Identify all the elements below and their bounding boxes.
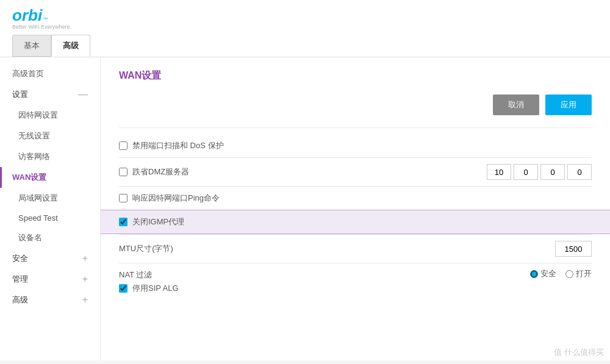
tab-basic[interactable]: 基本 [12,35,51,57]
tab-advanced[interactable]: 高级 [51,35,90,57]
sidebar-section-security[interactable]: 安全 + [0,248,100,269]
sidebar-section-management[interactable]: 管理 + [0,269,100,290]
logo-tagline: Better WiFi Everywhere. [12,24,598,30]
ping-checkbox-label[interactable]: 响应因特网端口Ping命令 [119,193,220,204]
logo-brand: orbi [12,6,42,25]
apply-button[interactable]: 应用 [545,95,592,115]
nat-open-radio[interactable] [565,270,573,278]
action-bar: 取消 应用 [119,95,592,115]
nat-row: NAT 过滤 停用SIP ALG 安全 打开 [119,263,592,300]
logo-trademark: ™ [43,16,48,22]
sip-checkbox-label[interactable]: 停用SIP ALG [119,283,530,294]
igmp-checkbox[interactable] [119,218,127,226]
dmz-checkbox[interactable] [119,168,127,176]
igmp-checkbox-label[interactable]: 关闭IGMP代理 [119,216,184,227]
sidebar-section-management-label: 管理 [12,274,28,285]
sip-label-text: 停用SIP ALG [132,283,179,294]
sidebar-item-devicename[interactable]: 设备名 [0,227,100,248]
sidebar-plus-icon-security: + [82,253,88,264]
top-divider [119,127,592,128]
mtu-row: MTU尺寸(字节) [119,234,592,263]
dos-row: 禁用端口扫描和 DoS 保护 [119,134,592,157]
nat-options: 安全 打开 [530,268,592,279]
nat-open-label[interactable]: 打开 [565,268,592,279]
tab-bar: 基本 高级 [12,35,598,57]
sidebar-item-home[interactable]: 高级首页 [0,63,100,84]
dmz-ip-4[interactable] [567,164,592,180]
dmz-row: 跌省DMZ服务器 [119,157,592,186]
sip-row: 停用SIP ALG [119,283,530,294]
sidebar-minus-icon: — [78,89,88,100]
sidebar: 高级首页 设置 — 因特网设置 无线设置 访客网络 WAN设置 局域网设置 Sp… [0,57,101,360]
nat-safe-label[interactable]: 安全 [530,268,556,279]
igmp-label-text: 关闭IGMP代理 [132,216,184,227]
page-title: WAN设置 [119,70,592,82]
sidebar-section-settings-label: 设置 [12,89,28,100]
nat-safe-radio[interactable] [530,270,538,278]
sidebar-plus-icon-management: + [82,274,88,285]
dmz-label-text: 跌省DMZ服务器 [132,166,189,177]
nat-safe-text: 安全 [540,268,556,279]
dmz-ip-3[interactable] [540,164,565,180]
ping-checkbox[interactable] [119,194,127,202]
cancel-button[interactable]: 取消 [493,95,539,115]
sidebar-item-wan[interactable]: WAN设置 [0,167,100,188]
nat-label-text: NAT 过滤 [119,269,530,280]
watermark: 值 什么值得买 [554,347,604,358]
sidebar-item-lan[interactable]: 局域网设置 [0,188,100,209]
dmz-ip-1[interactable] [487,164,511,180]
sidebar-section-settings[interactable]: 设置 — [0,84,100,105]
sip-checkbox[interactable] [119,284,127,293]
dmz-ip-2[interactable] [514,164,538,180]
dos-label-text: 禁用端口扫描和 DoS 保护 [132,140,224,151]
sidebar-section-advanced[interactable]: 高级 + [0,290,100,310]
sidebar-section-advanced-label: 高级 [12,294,28,305]
main-content: WAN设置 取消 应用 禁用端口扫描和 DoS 保护 跌省DMZ服务器 [101,57,610,360]
sidebar-plus-icon-advanced: + [82,294,88,305]
dmz-ip-inputs [487,164,592,180]
ping-row: 响应因特网端口Ping命令 [119,186,592,210]
igmp-row: 关闭IGMP代理 [101,210,610,234]
sidebar-item-wireless[interactable]: 无线设置 [0,126,100,146]
nat-open-text: 打开 [576,268,592,279]
dmz-checkbox-label[interactable]: 跌省DMZ服务器 [119,166,189,177]
nat-section: NAT 过滤 停用SIP ALG [119,269,530,294]
sidebar-section-security-label: 安全 [12,253,28,264]
sidebar-item-speedtest[interactable]: Speed Test [0,209,100,227]
mtu-input[interactable] [555,241,592,257]
sidebar-item-guest[interactable]: 访客网络 [0,146,100,167]
ping-label-text: 响应因特网端口Ping命令 [132,193,220,204]
mtu-label-text: MTU尺寸(字节) [119,243,173,254]
dos-checkbox[interactable] [119,141,127,150]
sidebar-item-internet[interactable]: 因特网设置 [0,105,100,126]
dos-checkbox-label[interactable]: 禁用端口扫描和 DoS 保护 [119,140,224,151]
